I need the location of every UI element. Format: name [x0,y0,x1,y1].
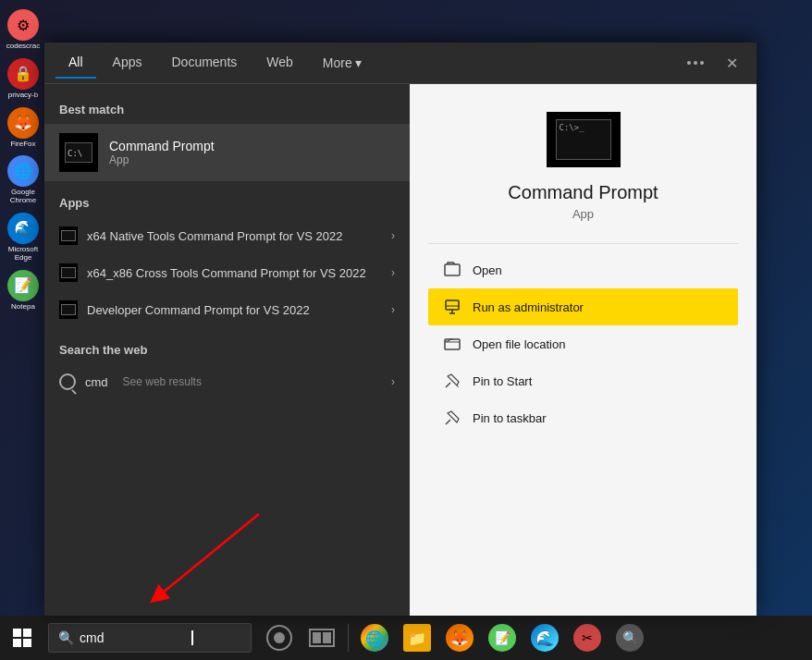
action-run-admin[interactable]: Run as administrator [428,288,738,325]
web-search-item[interactable]: cmd See web results › [44,364,410,399]
dot2 [694,61,697,65]
taskbar-search-icon: 🔍 [58,630,74,645]
tab-web[interactable]: Web [253,47,306,79]
taskbar-search-bar[interactable]: 🔍 [48,623,252,653]
divider [428,243,738,244]
taskbar-icon-area: 🌐 📁 🦊 📝 🌊 ✂ 🔍 [259,617,650,658]
taskbar: 🔍 🌐 📁 [0,616,812,660]
app-preview-icon: C:\>_ [547,112,621,167]
tab-more[interactable]: More ▾ [310,48,375,78]
app-item-2[interactable]: Developer Command Prompt for VS 2022 › [44,291,410,328]
desktop-icon-edge[interactable]: 🌊 Microsoft Edge [3,213,43,263]
apps-header: Apps [44,192,410,217]
text-cursor [191,630,193,645]
search-icon [59,373,76,390]
arrow-icon-1: › [391,266,395,279]
svg-rect-0 [445,264,460,275]
start-button[interactable] [0,616,44,660]
taskbar-separator [348,624,349,652]
desktop: ⚙ codescrac 🔒 privacy-b 🦊 FireFox 🌐 Goog… [0,0,812,660]
taskbar-icon-generic2[interactable]: 🔍 [609,617,650,658]
desktop-icon-area: ⚙ codescrac 🔒 privacy-b 🦊 FireFox 🌐 Goog… [0,0,46,616]
app-item-0[interactable]: x64 Native Tools Command Prompt for VS 2… [44,217,410,254]
action-open-location[interactable]: Open file location [428,325,738,362]
tab-apps[interactable]: Apps [100,47,155,79]
best-match-item[interactable]: C:\ Command Prompt App [44,124,410,181]
location-icon [443,335,461,353]
app-icon-1 [59,263,78,282]
taskbar-icon-circle-button[interactable] [259,617,300,658]
app-preview-type: App [572,207,594,221]
taskbar-icon-edge[interactable]: 🌊 [524,617,565,658]
action-pin-taskbar[interactable]: Pin to taskbar [428,399,738,436]
dot3 [700,61,704,65]
taskbar-icon-chrome[interactable]: 🌐 [354,617,395,658]
taskbar-icon-folder[interactable]: 📁 [397,617,437,658]
start-menu: All Apps Documents Web More ▾ ✕ [44,43,757,616]
app-icon-2 [59,300,78,319]
tab-all[interactable]: All [55,47,96,79]
arrow-icon-2: › [391,303,395,316]
action-open[interactable]: Open [428,251,738,288]
taskbar-icon-firefox[interactable]: 🦊 [439,617,480,658]
app-preview-title: Command Prompt [508,182,658,203]
main-content: Best match C:\ Command Prompt App Apps [44,84,757,616]
taskbar-search-input[interactable] [80,630,191,645]
app-item-1[interactable]: x64_x86 Cross Tools Command Prompt for V… [44,254,410,291]
open-icon [443,261,461,279]
tab-documents[interactable]: Documents [158,47,250,79]
web-header: Search the web [44,339,410,364]
pin-taskbar-icon [443,409,461,427]
desktop-icon-privacy[interactable]: 🔒 privacy-b [3,58,43,100]
pin-start-icon [443,372,461,390]
tab-bar: All Apps Documents Web More ▾ ✕ [44,43,757,84]
svg-rect-1 [446,300,459,310]
taskbar-icon-generic1[interactable]: ✂ [567,617,608,658]
right-panel: C:\>_ Command Prompt App [410,84,757,616]
tab-options[interactable] [680,54,711,72]
admin-icon [443,298,461,316]
best-match-header: Best match [44,99,410,124]
taskbar-icon-desktop[interactable] [301,617,342,658]
web-arrow-icon: › [391,375,395,388]
dot1 [687,61,691,65]
arrow-icon-0: › [391,229,395,242]
best-match-info: Command Prompt App [109,139,395,166]
web-section: Search the web cmd See web results › [44,328,410,399]
desktop-icon-notepad[interactable]: 📝 Notepa [3,270,43,312]
desktop-icon-codescrac[interactable]: ⚙ codescrac [3,9,43,51]
close-button[interactable]: ✕ [719,51,745,76]
cmd-app-icon: C:\ [59,133,98,172]
apps-section: Apps x64 Native Tools Command Prompt for… [44,181,410,328]
left-panel: Best match C:\ Command Prompt App Apps [44,84,410,616]
action-list: Open Run as administrator [428,251,738,436]
see-web-results: See web results [123,375,202,388]
app-icon-0 [59,226,78,245]
desktop-icon-firefox[interactable]: 🦊 FireFox [3,107,43,149]
taskbar-icon-notes[interactable]: 📝 [482,617,523,658]
windows-icon [13,629,31,647]
action-pin-start[interactable]: Pin to Start [428,362,738,399]
desktop-icon-chrome[interactable]: 🌐 Google Chrome [3,155,43,205]
